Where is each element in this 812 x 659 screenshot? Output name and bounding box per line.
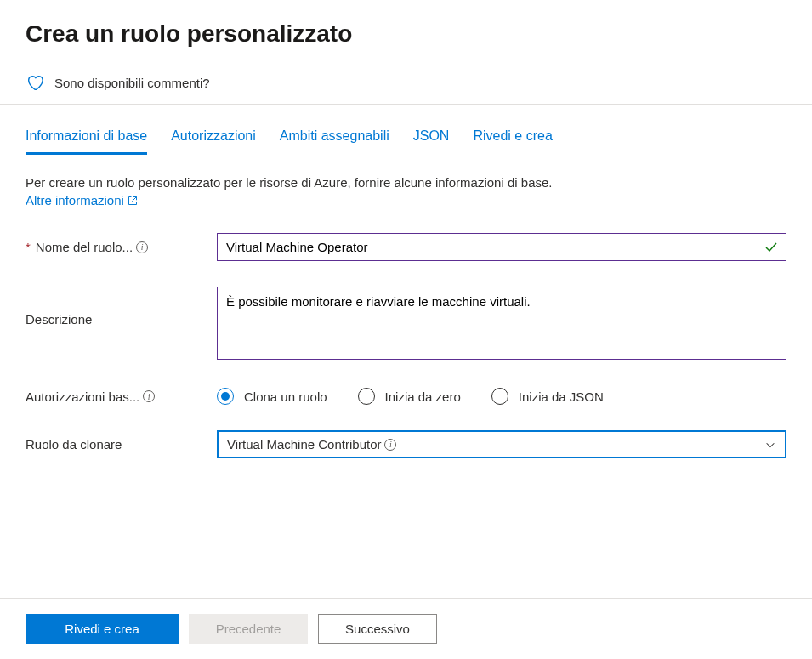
description-label: Descrizione (26, 287, 217, 327)
radio-label: Clona un ruolo (244, 389, 327, 404)
tab-permissions[interactable]: Autorizzazioni (171, 128, 256, 155)
clone-role-select[interactable]: Virtual Machine Contributor i (217, 430, 786, 458)
radio-button-icon (358, 388, 375, 405)
footer-actions: Rivedi e crea Precedente Successivo (0, 598, 812, 659)
baseline-radio-group: Clona un ruolo Inizia da zero Inizia da … (217, 388, 604, 405)
review-create-button[interactable]: Rivedi e crea (26, 614, 179, 644)
previous-button: Precedente (189, 614, 308, 644)
page-title: Crea un ruolo personalizzato (0, 0, 812, 61)
required-indicator: * (26, 240, 31, 254)
tab-json[interactable]: JSON (413, 128, 450, 155)
radio-clone-role[interactable]: Clona un ruolo (217, 388, 327, 405)
radio-start-blank[interactable]: Inizia da zero (358, 388, 461, 405)
content-area: Per creare un ruolo personalizzato per l… (0, 155, 812, 458)
info-icon[interactable]: i (384, 439, 396, 451)
tabs-container: Informazioni di base Autorizzazioni Ambi… (0, 105, 812, 155)
radio-label: Inizia da zero (385, 389, 461, 404)
learn-more-link[interactable]: Altre informazioni (26, 193, 138, 207)
intro-text: Per creare un ruolo personalizzato per l… (26, 175, 786, 190)
chevron-down-icon (764, 439, 776, 451)
select-value: Virtual Machine Contributor (227, 437, 381, 452)
radio-button-icon (217, 388, 234, 405)
info-icon[interactable]: i (143, 390, 155, 402)
row-baseline: Autorizzazioni bas... i Clona un ruolo I… (26, 388, 786, 405)
info-icon[interactable]: i (136, 241, 148, 253)
next-button[interactable]: Successivo (318, 614, 437, 644)
role-name-input[interactable] (217, 233, 786, 261)
external-link-icon (128, 196, 138, 206)
row-clone-role: Ruolo da clonare Virtual Machine Contrib… (26, 430, 786, 458)
tab-scopes[interactable]: Ambiti assegnabili (280, 128, 389, 155)
description-input[interactable] (217, 287, 786, 360)
role-name-label: * Nome del ruolo... i (26, 240, 217, 254)
clone-role-label: Ruolo da clonare (26, 437, 217, 452)
row-description: Descrizione (26, 287, 786, 362)
check-icon (764, 241, 778, 254)
baseline-label: Autorizzazioni bas... i (26, 389, 217, 404)
tab-basics[interactable]: Informazioni di base (26, 128, 147, 155)
feedback-text: Sono disponibili commenti? (54, 76, 210, 90)
radio-label: Inizia da JSON (519, 389, 604, 404)
feedback-bar[interactable]: Sono disponibili commenti? (0, 61, 812, 105)
radio-start-json[interactable]: Inizia da JSON (491, 388, 604, 405)
row-role-name: * Nome del ruolo... i (26, 233, 786, 261)
heart-icon (26, 73, 44, 92)
learn-more-text: Altre informazioni (26, 193, 124, 207)
tab-review[interactable]: Rivedi e crea (473, 128, 552, 155)
radio-button-icon (491, 388, 508, 405)
